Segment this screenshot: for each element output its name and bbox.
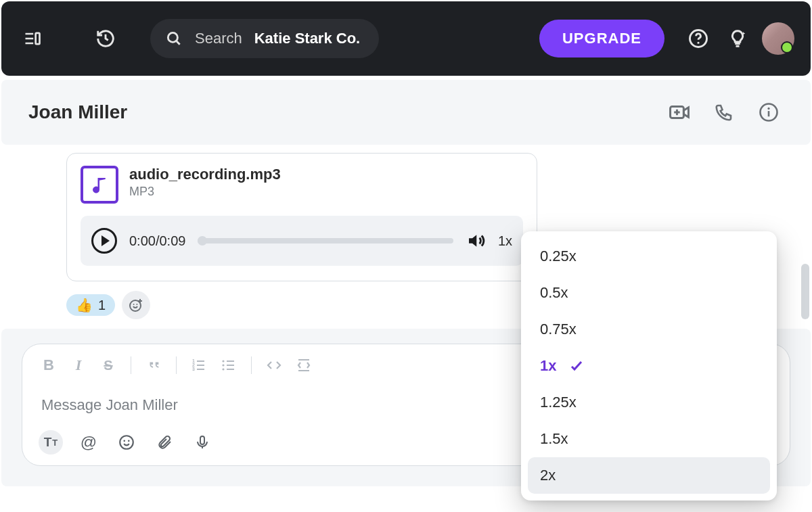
volume-icon[interactable] [466,231,486,251]
attachment-button[interactable] [152,430,177,455]
file-name: audio_recording.mp3 [129,166,281,183]
svg-point-18 [128,440,130,442]
phone-call-icon[interactable] [709,97,739,127]
history-icon[interactable] [91,24,120,53]
panel-toggle-icon[interactable] [18,24,47,53]
svg-point-16 [120,436,133,449]
voice-record-button[interactable] [190,430,215,455]
file-header: audio_recording.mp3 MP3 [81,166,523,204]
file-type: MP3 [129,185,281,199]
svg-point-9 [137,304,138,305]
code-block-button[interactable] [294,355,314,375]
audio-player: 0:00/0:09 1x [81,216,523,266]
svg-point-3 [698,42,700,44]
file-meta: audio_recording.mp3 MP3 [129,166,281,199]
speed-option[interactable]: 0.5x [528,275,770,311]
upgrade-label: UPGRADE [562,30,641,47]
reaction-count: 1 [98,298,106,313]
svg-point-6 [767,108,769,110]
svg-text:3: 3 [192,367,195,371]
upgrade-button[interactable]: UPGRADE [539,20,664,57]
audio-message-card: audio_recording.mp3 MP3 0:00/0:09 1x [66,153,537,281]
speed-option[interactable]: 0.75x [528,311,770,348]
seek-track[interactable] [198,238,453,243]
search-box[interactable]: Search Katie Stark Co. [150,19,379,58]
topbar: Search Katie Stark Co. UPGRADE [1,1,811,76]
svg-point-17 [123,440,125,442]
reaction-thumbsup[interactable]: 👍 1 [66,294,115,316]
info-icon[interactable] [754,97,784,127]
speed-button[interactable]: 1x [498,233,512,249]
chat-title: Joan Miller [28,101,127,123]
text-format-toggle[interactable]: TT [39,430,63,455]
svg-point-13 [222,360,224,362]
video-call-icon[interactable] [664,97,694,127]
play-button[interactable] [91,228,117,254]
strike-button[interactable]: S [98,355,118,375]
scrollbar-thumb[interactable] [801,264,809,319]
italic-button[interactable]: I [68,355,89,375]
chat-header: Joan Miller [1,80,811,145]
bold-button[interactable]: B [39,355,59,375]
ordered-list-button[interactable]: 123 [189,355,209,375]
svg-point-14 [222,364,224,366]
svg-point-7 [130,300,141,311]
unordered-list-button[interactable] [219,355,239,375]
quote-button[interactable] [143,355,164,375]
search-context: Katie Stark Co. [254,30,361,47]
svg-rect-0 [36,33,40,44]
speed-option[interactable]: 1.5x [528,421,770,457]
avatar[interactable] [762,22,794,55]
speed-option[interactable]: 1x [528,348,770,384]
speed-option[interactable]: 2x [528,457,770,494]
speed-option[interactable]: 0.25x [528,238,770,275]
svg-rect-19 [200,436,204,444]
time-display: 0:00/0:09 [129,233,185,249]
speed-option[interactable]: 1.25x [528,384,770,421]
audio-file-icon [81,166,118,204]
code-button[interactable] [264,355,284,375]
svg-point-8 [133,304,135,305]
add-reaction-button[interactable] [122,291,150,319]
playback-speed-menu: 0.25x0.5x0.75x1x1.25x1.5x2x [521,231,777,501]
mention-button[interactable]: @ [76,430,101,455]
search-icon [165,30,183,47]
svg-point-1 [168,32,177,42]
thumbsup-icon: 👍 [76,297,93,313]
emoji-button[interactable] [114,430,139,455]
help-icon[interactable] [683,24,713,53]
search-placeholder: Search [195,30,242,47]
svg-point-15 [222,368,224,370]
message-placeholder: Message Joan Miller [41,396,178,413]
ideas-icon[interactable] [723,24,752,53]
